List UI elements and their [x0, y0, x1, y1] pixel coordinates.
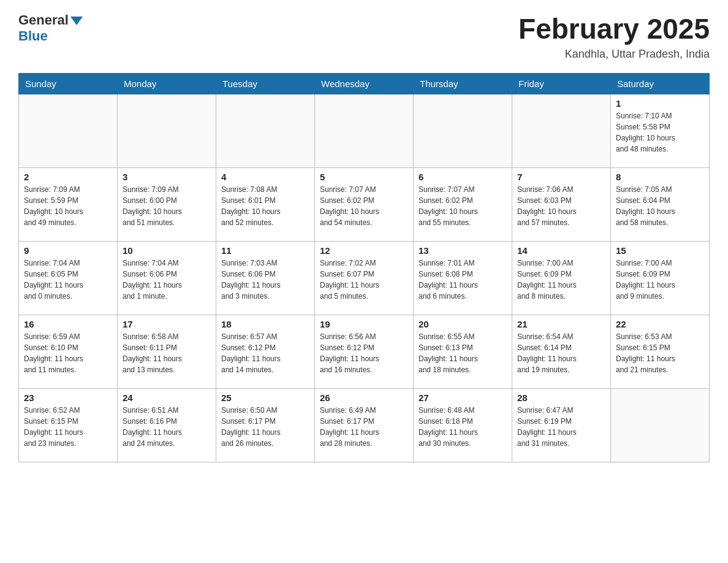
day-number: 26	[320, 393, 408, 403]
calendar-cell	[216, 94, 315, 168]
calendar-cell: 4Sunrise: 7:08 AMSunset: 6:01 PMDaylight…	[216, 168, 315, 242]
day-info: Sunrise: 7:07 AMSunset: 6:02 PMDaylight:…	[419, 184, 507, 228]
header-day-sunday: Sunday	[19, 74, 118, 94]
day-info: Sunrise: 7:07 AMSunset: 6:02 PMDaylight:…	[320, 184, 408, 228]
day-info: Sunrise: 7:06 AMSunset: 6:03 PMDaylight:…	[517, 184, 605, 228]
day-info: Sunrise: 7:00 AMSunset: 6:09 PMDaylight:…	[517, 258, 605, 302]
calendar-cell: 13Sunrise: 7:01 AMSunset: 6:08 PMDayligh…	[414, 242, 512, 315]
day-info: Sunrise: 7:05 AMSunset: 6:04 PMDaylight:…	[616, 184, 704, 228]
day-info: Sunrise: 6:49 AMSunset: 6:17 PMDaylight:…	[320, 405, 408, 449]
day-info: Sunrise: 6:51 AMSunset: 6:16 PMDaylight:…	[123, 405, 211, 449]
calendar-cell: 25Sunrise: 6:50 AMSunset: 6:17 PMDayligh…	[216, 389, 315, 462]
title-section: February 2025 Kandhla, Uttar Pradesh, In…	[518, 12, 710, 61]
day-number: 4	[221, 172, 309, 182]
page-header: General Blue February 2025 Kandhla, Utta…	[18, 12, 710, 61]
calendar-cell: 16Sunrise: 6:59 AMSunset: 6:10 PMDayligh…	[19, 315, 118, 389]
day-info: Sunrise: 7:01 AMSunset: 6:08 PMDaylight:…	[419, 258, 507, 302]
day-number: 3	[123, 172, 211, 182]
calendar-cell: 15Sunrise: 7:00 AMSunset: 6:09 PMDayligh…	[611, 242, 710, 315]
calendar-header: SundayMondayTuesdayWednesdayThursdayFrid…	[19, 74, 710, 94]
day-info: Sunrise: 6:57 AMSunset: 6:12 PMDaylight:…	[221, 331, 309, 375]
day-number: 7	[517, 172, 605, 182]
calendar-cell: 8Sunrise: 7:05 AMSunset: 6:04 PMDaylight…	[611, 168, 710, 242]
day-number: 15	[616, 245, 704, 256]
week-row-0: 1Sunrise: 7:10 AMSunset: 5:58 PMDaylight…	[19, 94, 710, 168]
calendar-cell	[19, 94, 118, 168]
logo-blue: Blue	[18, 28, 48, 44]
calendar-cell: 17Sunrise: 6:58 AMSunset: 6:11 PMDayligh…	[118, 315, 216, 389]
calendar-cell: 24Sunrise: 6:51 AMSunset: 6:16 PMDayligh…	[118, 389, 216, 462]
week-row-3: 16Sunrise: 6:59 AMSunset: 6:10 PMDayligh…	[19, 315, 710, 389]
day-number: 11	[221, 245, 309, 256]
calendar-cell: 2Sunrise: 7:09 AMSunset: 5:59 PMDaylight…	[19, 168, 118, 242]
day-info: Sunrise: 7:03 AMSunset: 6:06 PMDaylight:…	[221, 258, 309, 302]
calendar-cell: 23Sunrise: 6:52 AMSunset: 6:15 PMDayligh…	[19, 389, 118, 462]
day-number: 25	[221, 393, 309, 403]
day-number: 2	[24, 172, 112, 182]
day-info: Sunrise: 7:10 AMSunset: 5:58 PMDaylight:…	[616, 110, 704, 155]
logo-arrow-icon	[70, 17, 83, 25]
calendar-cell: 3Sunrise: 7:09 AMSunset: 6:00 PMDaylight…	[118, 168, 216, 242]
month-title: February 2025	[518, 12, 710, 45]
day-info: Sunrise: 7:04 AMSunset: 6:05 PMDaylight:…	[24, 258, 112, 302]
calendar-cell	[512, 94, 611, 168]
day-number: 10	[123, 245, 211, 256]
calendar-cell: 26Sunrise: 6:49 AMSunset: 6:17 PMDayligh…	[315, 389, 414, 462]
day-info: Sunrise: 7:04 AMSunset: 6:06 PMDaylight:…	[123, 258, 211, 302]
week-row-4: 23Sunrise: 6:52 AMSunset: 6:15 PMDayligh…	[19, 389, 710, 462]
calendar-cell: 27Sunrise: 6:48 AMSunset: 6:18 PMDayligh…	[414, 389, 512, 462]
day-number: 24	[123, 393, 211, 403]
day-info: Sunrise: 6:56 AMSunset: 6:12 PMDaylight:…	[320, 331, 408, 375]
day-number: 9	[24, 245, 112, 256]
day-number: 5	[320, 172, 408, 182]
day-info: Sunrise: 6:55 AMSunset: 6:13 PMDaylight:…	[419, 331, 507, 375]
calendar-cell: 6Sunrise: 7:07 AMSunset: 6:02 PMDaylight…	[414, 168, 512, 242]
header-day-saturday: Saturday	[611, 74, 710, 94]
calendar-cell: 22Sunrise: 6:53 AMSunset: 6:15 PMDayligh…	[611, 315, 710, 389]
header-day-wednesday: Wednesday	[315, 74, 414, 94]
calendar-cell: 14Sunrise: 7:00 AMSunset: 6:09 PMDayligh…	[512, 242, 611, 315]
header-day-friday: Friday	[512, 74, 611, 94]
calendar-cell: 19Sunrise: 6:56 AMSunset: 6:12 PMDayligh…	[315, 315, 414, 389]
location: Kandhla, Uttar Pradesh, India	[518, 48, 710, 61]
day-info: Sunrise: 7:02 AMSunset: 6:07 PMDaylight:…	[320, 258, 408, 302]
day-info: Sunrise: 6:54 AMSunset: 6:14 PMDaylight:…	[517, 331, 605, 375]
week-row-1: 2Sunrise: 7:09 AMSunset: 5:59 PMDaylight…	[19, 168, 710, 242]
day-number: 20	[419, 319, 507, 329]
day-info: Sunrise: 7:09 AMSunset: 5:59 PMDaylight:…	[24, 184, 112, 228]
logo: General Blue	[18, 12, 83, 44]
calendar-cell	[118, 94, 216, 168]
calendar-cell	[414, 94, 512, 168]
day-number: 17	[123, 319, 211, 329]
calendar-table: SundayMondayTuesdayWednesdayThursdayFrid…	[18, 73, 710, 462]
calendar-cell	[611, 389, 710, 462]
day-number: 14	[517, 245, 605, 256]
day-number: 16	[24, 319, 112, 329]
day-number: 6	[419, 172, 507, 182]
day-info: Sunrise: 6:58 AMSunset: 6:11 PMDaylight:…	[123, 331, 211, 375]
day-number: 23	[24, 393, 112, 403]
calendar-body: 1Sunrise: 7:10 AMSunset: 5:58 PMDaylight…	[19, 94, 710, 462]
calendar-cell: 12Sunrise: 7:02 AMSunset: 6:07 PMDayligh…	[315, 242, 414, 315]
day-number: 19	[320, 319, 408, 329]
calendar-cell: 28Sunrise: 6:47 AMSunset: 6:19 PMDayligh…	[512, 389, 611, 462]
calendar-cell: 7Sunrise: 7:06 AMSunset: 6:03 PMDaylight…	[512, 168, 611, 242]
logo-general: General	[18, 12, 83, 28]
calendar-cell: 21Sunrise: 6:54 AMSunset: 6:14 PMDayligh…	[512, 315, 611, 389]
day-info: Sunrise: 6:50 AMSunset: 6:17 PMDaylight:…	[221, 405, 309, 449]
day-info: Sunrise: 6:47 AMSunset: 6:19 PMDaylight:…	[517, 405, 605, 449]
day-number: 12	[320, 245, 408, 256]
day-number: 18	[221, 319, 309, 329]
calendar-cell: 10Sunrise: 7:04 AMSunset: 6:06 PMDayligh…	[118, 242, 216, 315]
calendar-cell	[315, 94, 414, 168]
day-info: Sunrise: 7:00 AMSunset: 6:09 PMDaylight:…	[616, 258, 704, 302]
day-number: 13	[419, 245, 507, 256]
day-number: 27	[419, 393, 507, 403]
calendar-cell: 18Sunrise: 6:57 AMSunset: 6:12 PMDayligh…	[216, 315, 315, 389]
day-info: Sunrise: 6:48 AMSunset: 6:18 PMDaylight:…	[419, 405, 507, 449]
header-row: SundayMondayTuesdayWednesdayThursdayFrid…	[19, 74, 710, 94]
day-number: 28	[517, 393, 605, 403]
calendar-cell: 11Sunrise: 7:03 AMSunset: 6:06 PMDayligh…	[216, 242, 315, 315]
day-number: 8	[616, 172, 704, 182]
day-number: 21	[517, 319, 605, 329]
